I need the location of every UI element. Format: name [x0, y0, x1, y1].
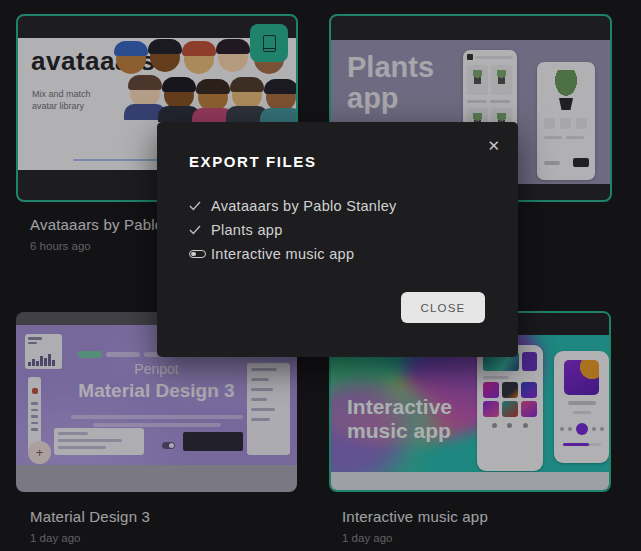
check-icon [189, 201, 211, 211]
export-item: Plants app [189, 218, 397, 242]
close-icon[interactable]: ✕ [483, 133, 504, 159]
check-icon [189, 225, 211, 235]
export-item: Interactive music app [189, 242, 397, 266]
dashboard-projects-grid: avataaars Mix and match avatar library [0, 0, 641, 551]
export-item-label: Plants app [211, 222, 283, 238]
export-item: Avataaars by Pablo Stanley [189, 194, 397, 218]
export-item-label: Interactive music app [211, 246, 354, 262]
modal-title: EXPORT FILES [189, 153, 317, 170]
export-file-list: Avataaars by Pablo Stanley Plants app In… [189, 194, 397, 266]
export-files-modal: ✕ EXPORT FILES Avataaars by Pablo Stanle… [157, 122, 518, 357]
export-item-label: Avataaars by Pablo Stanley [211, 198, 397, 214]
close-button[interactable]: CLOSE [401, 292, 485, 323]
export-progress-icon [189, 250, 211, 258]
